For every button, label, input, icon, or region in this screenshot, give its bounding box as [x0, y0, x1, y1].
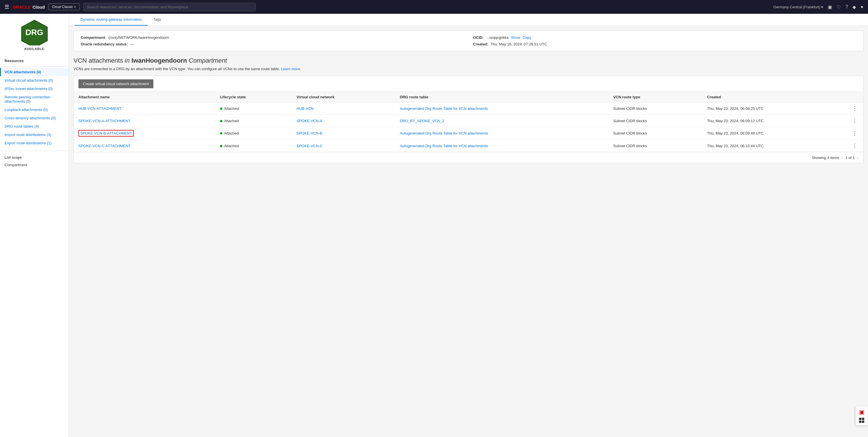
attachment-name-link[interactable]: SPOKE-VCN-A-ATTACHMENT	[79, 119, 130, 123]
prev-page-button[interactable]: ‹	[842, 155, 843, 160]
help-widget-grid	[859, 418, 864, 423]
attachment-name-link[interactable]: SPOKE-VCN-C-ATTACHMENT	[79, 144, 131, 148]
globe-icon[interactable]: ◆	[852, 4, 856, 10]
search-input[interactable]	[83, 3, 256, 11]
state-text: Attached	[224, 131, 239, 136]
cell-row-menu: ⋮	[846, 103, 863, 115]
row-actions-menu[interactable]: ⋮	[851, 118, 859, 124]
table-toolbar: Create virtual cloud network attachment	[74, 76, 863, 92]
vcn-section-title: VCN attachments in IwanHoogendoorn Compa…	[73, 57, 863, 64]
table-row: SPOKE-VCN-A-ATTACHMENTAttachedSPOKE-VCN-…	[74, 115, 863, 127]
sidebar-item-cross-tenancy[interactable]: Cross-tenancy attachments (0)	[0, 114, 69, 122]
attachment-name-link[interactable]: HUB-VCN-ATTACHMENT	[79, 106, 122, 111]
list-scope-compartment[interactable]: Compartment	[0, 161, 69, 169]
ocid-copy-link[interactable]: Copy	[523, 35, 531, 40]
cell-vcn: HUB-VCN	[292, 103, 395, 115]
cell-attachment-name: SPOKE-VCN-B-ATTACHMENT	[74, 127, 215, 140]
attachment-name-link[interactable]: SPOKE-VCN-B-ATTACHMENT	[80, 131, 132, 136]
create-vcn-attachment-button[interactable]: Create virtual cloud network attachment	[79, 79, 153, 88]
cell-lifecycle-state: Attached	[215, 140, 292, 152]
row-actions-menu[interactable]: ⋮	[851, 130, 859, 136]
cell-drg-route: DRG_RT_SPOKE_VCN_2	[395, 115, 609, 127]
help-dot-2	[862, 418, 864, 420]
cell-vcn-route-type: Subnet CIDR blocks	[609, 115, 703, 127]
row-actions-menu[interactable]: ⋮	[851, 106, 859, 111]
terminal-icon[interactable]: ▣	[828, 4, 832, 10]
cell-lifecycle-state: Attached	[215, 127, 292, 140]
cloud-text: Cloud	[32, 5, 45, 9]
user-avatar[interactable]: ●	[861, 4, 863, 9]
state-text: Attached	[224, 119, 239, 123]
vcn-link[interactable]: SPOKE-VCN-C	[297, 144, 322, 148]
help-widget-icon[interactable]: ▣	[859, 409, 865, 415]
col-actions	[846, 92, 863, 103]
cloud-classic-button[interactable]: Cloud Classic >	[48, 3, 80, 10]
cell-attachment-name: SPOKE-VCN-A-ATTACHMENT	[74, 115, 215, 127]
learn-more-link[interactable]: Learn more	[281, 67, 300, 71]
sidebar-item-import-route[interactable]: Import route distributions (3)	[0, 130, 69, 139]
status-dot	[220, 132, 222, 135]
table-row: HUB-VCN-ATTACHMENTAttachedHUB-VCNAutogen…	[74, 103, 863, 115]
vcn-link[interactable]: SPOKE-VCN-A	[297, 119, 322, 123]
page-number: 1 of 1	[845, 155, 855, 160]
tab-tags[interactable]: Tags	[148, 14, 167, 26]
vcn-description: VCNs are connected to a DRG by an attach…	[73, 67, 863, 71]
next-page-button[interactable]: ›	[857, 155, 859, 160]
ocid-show-link[interactable]: Show	[511, 35, 521, 40]
cell-vcn-route-type: Subnet CIDR blocks	[609, 127, 703, 140]
table-header-row: Attachment name Lifecycle state Virtual …	[74, 92, 863, 103]
bell-icon[interactable]: ♡	[837, 4, 841, 10]
drg-route-link[interactable]: Autogenerated Drg Route Table for VCN at…	[400, 144, 488, 148]
list-scope-title: List scope	[0, 152, 69, 161]
sidebar-item-loopback[interactable]: Loopback attachments (0)	[0, 106, 69, 114]
help-dot-4	[862, 420, 864, 423]
ocid-value: ...vxqqcgvkka	[486, 35, 509, 40]
help-dot-3	[859, 420, 861, 423]
sidebar-item-drg-route-tables[interactable]: DRG route tables (4)	[0, 122, 69, 130]
info-row-compartment: Compartment: (root)/NETWORK/IwanHoogendo…	[81, 35, 464, 46]
col-vcn-route-type: VCN route type	[609, 92, 703, 103]
col-attachment-name: Attachment name	[74, 92, 215, 103]
vcn-attachments-section: VCN attachments in IwanHoogendoorn Compa…	[73, 57, 863, 163]
tab-drg-info[interactable]: Dynamic routing gateway information	[75, 14, 148, 26]
status-dot	[220, 108, 222, 110]
help-icon[interactable]: ?	[845, 4, 848, 9]
sidebar: DRG AVAILABLE Resources VCN attachments …	[0, 14, 69, 437]
sidebar-item-virtual-circuit[interactable]: Virtual circuit attachments (0)	[0, 76, 69, 85]
cell-lifecycle-state: Attached	[215, 115, 292, 127]
drg-route-link[interactable]: Autogenerated Drg Route Table for VCN at…	[400, 131, 488, 136]
attachments-table-container: Create virtual cloud network attachment …	[73, 76, 863, 163]
sidebar-item-remote-peering[interactable]: Remote peering connection attachments (0…	[0, 93, 69, 106]
col-lifecycle-state: Lifecycle state	[215, 92, 292, 103]
resources-section-title: Resources	[0, 54, 69, 65]
compartment-label: Compartment:	[81, 35, 106, 40]
cell-created: Thu, May 23, 2024, 06:10:44 UTC	[703, 140, 846, 152]
cell-vcn: SPOKE-VCN-A	[292, 115, 395, 127]
vcn-link[interactable]: SPOKE-VCN-B	[297, 131, 322, 136]
info-grid: Compartment: (root)/NETWORK/IwanHoogendo…	[81, 35, 856, 46]
redundancy-label: Oracle redundancy status:	[81, 42, 128, 46]
cell-attachment-name: HUB-VCN-ATTACHMENT	[74, 103, 215, 115]
col-created: Created	[703, 92, 846, 103]
table-footer: Showing 4 items ‹ 1 of 1 ›	[74, 152, 863, 163]
main-content: Dynamic routing gateway information Tags…	[69, 14, 868, 437]
sidebar-item-export-route[interactable]: Export route distributions (1)	[0, 139, 69, 147]
drg-route-link[interactable]: Autogenerated Drg Route Table for VCN at…	[400, 106, 488, 111]
redundancy-value: —	[130, 42, 134, 46]
cell-vcn: SPOKE-VCN-B	[292, 127, 395, 140]
sidebar-logo-area: DRG AVAILABLE	[0, 14, 69, 54]
main-layout: DRG AVAILABLE Resources VCN attachments …	[0, 14, 868, 437]
region-selector[interactable]: Germany Central (Frankfurt) ▾	[774, 5, 824, 9]
showing-items: Showing 4 items	[812, 155, 839, 160]
info-row-ocid: OCID: ...vxqqcgvkka Show Copy Created: T…	[473, 35, 856, 46]
drg-route-link[interactable]: DRG_RT_SPOKE_VCN_2	[400, 119, 444, 123]
sidebar-item-ipsec[interactable]: IPSec tunnel attachments (0)	[0, 85, 69, 93]
vcn-link[interactable]: HUB-VCN	[297, 106, 314, 111]
cell-drg-route: Autogenerated Drg Route Table for VCN at…	[395, 127, 609, 140]
cell-vcn-route-type: Subnet CIDR blocks	[609, 140, 703, 152]
sidebar-item-vcn-attachments[interactable]: VCN attachments (4)	[0, 68, 69, 76]
row-actions-menu[interactable]: ⋮	[851, 143, 859, 149]
hamburger-menu[interactable]: ☰	[5, 4, 9, 10]
availability-status: AVAILABLE	[24, 47, 44, 51]
status-dot	[220, 145, 222, 147]
